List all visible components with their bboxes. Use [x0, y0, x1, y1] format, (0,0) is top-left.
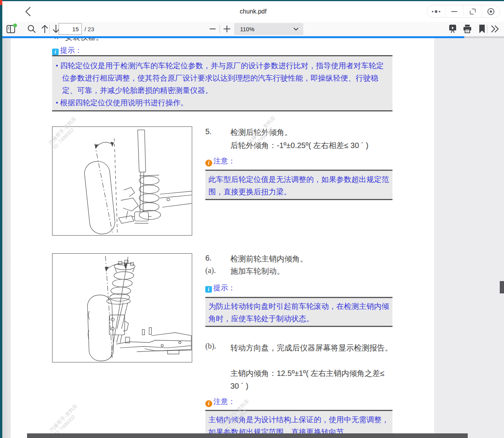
front-strut-drawing: [52, 254, 192, 362]
toolbar-divider: [487, 25, 487, 34]
present-button[interactable]: [447, 23, 458, 35]
tip2-box: 为防止转动转向盘时引起前车轮滚动，在检测主销内倾角时，应使车轮处于制动状态。: [205, 297, 392, 327]
step6-title: 检测前轮主销内倾角。: [230, 254, 308, 264]
clipped-step-text: 安装仪器。: [65, 38, 103, 42]
figure-rear-suspension: [52, 126, 192, 236]
step5-title: 检测后轮外倾角。: [230, 127, 292, 138]
sidebar-toggle-button[interactable]: [5, 23, 17, 35]
substep-a-number: (a).: [205, 266, 216, 275]
window-corner-marker: [0, 0, 2, 5]
plus-icon: [223, 25, 231, 33]
step5-spec: 后轮外倾角：-1º±0.25º( 左右相差≤ 30 ´ ): [230, 139, 393, 152]
tip-label: 提示：: [60, 46, 82, 54]
page-number-input[interactable]: [59, 23, 82, 35]
minimize-button[interactable]: [445, 5, 463, 17]
bookmark-icon: [479, 24, 485, 34]
tip1-heading: i提示：: [52, 45, 82, 56]
previous-page-button[interactable]: [39, 23, 51, 35]
step6-number: 6.: [205, 254, 212, 263]
printer-icon: [462, 24, 472, 34]
window-border-left: [0, 0, 2, 438]
toolbar-divider: [49, 25, 50, 34]
zoom-in-button[interactable]: [221, 23, 233, 35]
sidebar-icon: [5, 23, 17, 35]
restore-icon: [469, 8, 477, 15]
caution-icon: i: [205, 160, 212, 167]
print-button[interactable]: [462, 23, 473, 35]
window-border-top: [0, 0, 504, 1]
step5-number: 5.: [205, 127, 212, 136]
search-icon: [27, 24, 36, 34]
caution2-heading: i注意：: [205, 397, 235, 407]
caution1-heading: i注意：: [205, 156, 235, 167]
zoom-level-value: 110%: [240, 26, 293, 32]
toolbar-divider: [220, 25, 220, 34]
target-icon: [487, 7, 495, 16]
tip1-bullet-1: 四轮定位仪是用于检测汽车的车轮定位参数，并与原厂的设计参数进行比对，指导使用者对…: [56, 60, 388, 97]
figure-front-strut: [52, 253, 192, 362]
pdf-page: 4. 安装仪器。 i提示： 四轮定位仪是用于检测汽车的车轮定位参数，并与原厂的设…: [11, 38, 434, 438]
info-icon: i: [205, 286, 212, 293]
loading-progress-bar: [0, 36, 464, 38]
caution-icon: i: [205, 400, 212, 407]
tip1-box: 四轮定位仪是用于检测汽车的车轮定位参数，并与原厂的设计参数进行比对，指导使用者对…: [52, 55, 392, 111]
arrow-up-icon: [41, 24, 49, 34]
caution1-text: 此车型后轮定位值是无法调整的，如果参数超出规定范围，直接更换后扭力梁。: [208, 173, 389, 198]
notification-dot: [13, 24, 17, 27]
substep-a-text: 施加车轮制动。: [230, 266, 284, 276]
bookmark-button[interactable]: [476, 23, 488, 35]
chevron-down-icon: [293, 27, 299, 31]
watermark: 汽修帮手-资料库ID: 7496002: [49, 403, 83, 438]
more-options-button[interactable]: [427, 5, 445, 17]
substep-b-text: 转动方向盘，完成后仪器屏幕将显示检测报告。: [230, 342, 393, 354]
caution-label: 注意：: [213, 398, 235, 406]
rear-suspension-drawing: [52, 127, 192, 235]
zoom-out-button[interactable]: [207, 23, 218, 35]
tip-label: 提示：: [213, 284, 235, 292]
caution-label: 注意：: [213, 157, 235, 165]
pdf-viewport: 4. 安装仪器。 i提示： 四轮定位仪是用于检测汽车的车轮定位参数，并与原厂的设…: [0, 38, 504, 438]
page-count-label: / 23: [85, 26, 94, 32]
focus-button[interactable]: [482, 5, 500, 17]
zoom-level-select[interactable]: 110%: [234, 23, 303, 35]
tip2-text: 为防止转动转向盘时引起前车轮滚动，在检测主销内倾角时，应使车轮处于制动状态。: [208, 300, 389, 325]
more-tools-button[interactable]: [489, 23, 501, 35]
ellipsis-icon: [431, 10, 441, 13]
tip1-bullet-2: 根据四轮定位仪使用说明书进行操作。: [56, 97, 388, 109]
window-capsule: [427, 5, 500, 18]
minus-icon: [209, 25, 216, 33]
bottom-overlay-bar: [27, 433, 468, 438]
substep-b-number: (b).: [205, 342, 216, 350]
tip2-heading: i提示：: [205, 283, 235, 293]
float-window-button[interactable]: [463, 5, 482, 17]
title-bar: chunk.pdf: [2, 1, 504, 22]
scrollbar-thumb[interactable]: [500, 281, 504, 293]
presentation-icon: [448, 24, 458, 34]
double-chevron-icon: [490, 25, 500, 33]
caution1-box: 此车型后轮定位值是无法调整的，如果参数超出规定范围，直接更换后扭力梁。: [205, 170, 392, 200]
loading-progress-track: [0, 36, 504, 38]
step6-spec: 主销内倾角：12.5º±1º( 左右主销内倾角之差≤ 30 ´ ): [230, 367, 393, 393]
minimize-icon: [451, 11, 458, 12]
pdf-toolbar: / 23 110%: [2, 22, 504, 36]
search-button[interactable]: [26, 23, 37, 35]
info-icon: i: [52, 49, 59, 55]
clipped-step-number: 4.: [52, 38, 59, 41]
